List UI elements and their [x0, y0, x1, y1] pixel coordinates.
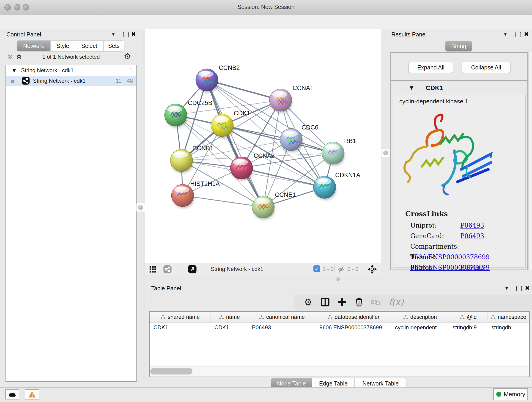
table-cell[interactable]: stringdb — [488, 322, 529, 332]
network-options-gear-icon[interactable]: ⚙ — [124, 51, 131, 61]
column-header-namespace[interactable]: namespace — [488, 312, 529, 322]
cloud-service-button[interactable] — [5, 389, 19, 400]
expand-all-chevron-icon[interactable] — [16, 53, 22, 60]
share-view-icon[interactable] — [163, 265, 172, 274]
protein-section: ▼ CDK1 cyclin-dependent kinase 1 — [390, 81, 528, 270]
expand-all-button[interactable]: Expand All — [409, 62, 453, 73]
crosslink-row: Uniprot:P06493 — [410, 220, 525, 231]
warnings-button[interactable] — [25, 389, 39, 400]
collapse-all-chevron-icon[interactable] — [7, 53, 14, 60]
hierarchy-icon — [403, 315, 408, 319]
column-header--id[interactable]: @id — [449, 312, 488, 322]
select-columns-icon[interactable] — [319, 296, 331, 308]
network-node-CDKN1A[interactable] — [313, 176, 336, 200]
node-label-HIST1H1A: HIST1H1A — [190, 180, 220, 187]
open-in-window-icon[interactable] — [188, 265, 197, 274]
statusbar-separator — [361, 265, 361, 273]
results-panel-menu-caret-icon[interactable]: ▾ — [504, 32, 507, 37]
table-cell[interactable]: CDK1 — [150, 322, 211, 332]
current-network-name: String Network - cdk1 — [211, 266, 263, 272]
crosslink-label: Pharos: — [410, 262, 460, 273]
table-cell[interactable]: P06493 — [248, 322, 316, 332]
hierarchy-icon — [219, 315, 224, 319]
network-node-CDC25B[interactable] — [165, 104, 187, 128]
crosslink-link[interactable]: P06493 — [460, 232, 484, 240]
tab-sets[interactable]: Sets — [103, 40, 124, 51]
collection-count: 1 — [129, 65, 133, 76]
column-header-canonical-name[interactable]: canonical name — [248, 312, 316, 322]
table-settings-gear-icon[interactable]: ⚙ — [302, 296, 314, 308]
network-row[interactable]: ● String Network - cdk1 11 48 — [6, 76, 136, 86]
delete-table-icon[interactable] — [370, 296, 381, 308]
collection-label: String Network - cdk1 — [21, 65, 74, 76]
network-edge-CCNB2-CCNE1[interactable] — [207, 80, 263, 207]
table-panel-close-icon[interactable]: ✖ — [525, 285, 530, 292]
node-label-CCNB2: CCNB2 — [219, 64, 240, 71]
hidden-counts: 0 - 0 — [347, 266, 358, 272]
crosslink-label: Tissues: — [410, 252, 460, 262]
column-header-name[interactable]: name — [211, 312, 248, 322]
table-body: CDK1CDK1P064939606.ENSP00000378699cyclin… — [150, 322, 529, 332]
control-panel-close-icon[interactable]: ✖ — [131, 31, 136, 38]
hidden-eye-icon[interactable] — [337, 265, 346, 274]
tab-style[interactable]: Style — [51, 40, 75, 51]
tab-network[interactable]: Network — [17, 40, 51, 51]
table-header-row: shared namenamecanonical namedatabase id… — [150, 312, 529, 322]
selected-checkbox-icon[interactable]: ✓ — [313, 265, 320, 272]
control-panel-menu-caret-icon[interactable]: ▾ — [112, 32, 114, 37]
node-label-CCNA2: CCNA2 — [254, 153, 275, 159]
table-panel-menu-caret-icon[interactable]: ▾ — [505, 285, 508, 291]
table-cell[interactable]: cyclin-dependent ... — [391, 322, 449, 332]
table-cell[interactable]: CDK1 — [211, 322, 248, 332]
network-node-CDK1[interactable] — [211, 114, 234, 138]
network-edge-CCNA2-CDKN1A[interactable] — [241, 168, 325, 187]
crosslink-label: Uniprot: — [410, 220, 460, 231]
network-edge-count: 48 — [127, 76, 133, 86]
network-view-canvas[interactable]: CCNB2CCNA1CDC25BCDK1CDC6RB1CCNB1CCNA2CDK… — [145, 29, 381, 263]
node-label-CCNE1: CCNE1 — [275, 191, 296, 198]
table-scrollbar-thumb[interactable] — [150, 368, 192, 375]
grid-view-icon[interactable] — [149, 265, 157, 273]
right-splitter-grip[interactable] — [381, 148, 390, 157]
table-cell[interactable]: 9606.ENSP00000378699 — [316, 322, 392, 332]
table-cell[interactable]: stringdb:9... — [449, 322, 488, 332]
hierarchy-icon — [259, 315, 264, 319]
tab-string[interactable]: String — [445, 41, 472, 51]
table-horizontal-scrollbar[interactable] — [150, 366, 529, 376]
column-header-shared-name[interactable]: shared name — [150, 312, 211, 322]
network-node-CCNB1[interactable] — [170, 149, 193, 173]
results-panel-close-icon[interactable]: ✖ — [524, 31, 529, 38]
delete-column-icon[interactable] — [353, 296, 365, 308]
statusbar-separator — [310, 265, 310, 273]
network-edge-HIST1H1A-CCNE1[interactable] — [183, 196, 263, 207]
collection-expand-caret-icon[interactable]: ▼ — [12, 65, 16, 76]
memory-button[interactable]: Memory — [493, 388, 528, 400]
left-splitter-grip[interactable] — [136, 203, 145, 212]
function-builder-icon[interactable]: f(x) — [386, 296, 406, 308]
results-scrollbar[interactable] — [528, 52, 532, 270]
tab-select[interactable]: Select — [75, 40, 103, 51]
column-header-description[interactable]: description — [391, 312, 449, 322]
table-panel-float-icon[interactable] — [516, 286, 522, 291]
control-panel-float-icon[interactable] — [123, 32, 128, 37]
network-node-CDC6[interactable] — [280, 128, 303, 153]
network-node-CCNA2[interactable] — [230, 157, 253, 181]
add-column-icon[interactable] — [336, 296, 348, 308]
crosslink-link[interactable]: P06493 — [460, 222, 484, 229]
crosslink-link[interactable]: P06493 — [460, 264, 484, 271]
collapse-all-button[interactable]: Collapse All — [462, 62, 510, 73]
network-node-CCNA1[interactable] — [269, 89, 292, 113]
network-node-CCNE1[interactable] — [252, 196, 275, 220]
birdseye-view-icon[interactable] — [367, 264, 377, 274]
control-panel-tabs: NetworkStyleSelectSets — [17, 40, 124, 51]
results-panel-float-icon[interactable] — [515, 32, 521, 37]
network-node-RB1[interactable] — [322, 142, 345, 166]
network-current-dot-icon: ● — [11, 76, 14, 86]
memory-status-dot-icon — [496, 391, 501, 397]
column-header-database-identifier[interactable]: database identifier — [316, 312, 392, 322]
table-row[interactable]: CDK1CDK1P064939606.ENSP00000378699cyclin… — [150, 322, 529, 332]
protein-collapse-caret-icon[interactable]: ▼ — [410, 85, 413, 90]
network-collection-row[interactable]: ▼ String Network - cdk1 1 — [6, 65, 136, 76]
network-node-HIST1H1A[interactable] — [171, 184, 194, 208]
horizontal-splitter-grip[interactable] — [336, 277, 340, 281]
